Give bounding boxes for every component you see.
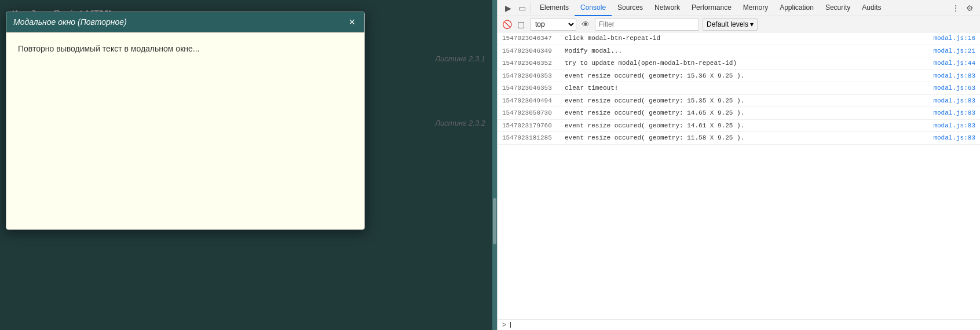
console-timestamp: 1547023046349 — [502, 46, 560, 56]
console-toolbar: 🚫 ▢ top 👁 Default levels ▾ — [498, 16, 980, 32]
console-prompt: > — [502, 321, 506, 329]
console-message: Modify modal... — [565, 46, 928, 56]
console-message: event resize occured( geometry: 15.35 X … — [565, 96, 928, 106]
console-source-link[interactable]: modal.js:16 — [933, 34, 975, 43]
console-filter-icon[interactable]: ▢ — [515, 19, 526, 30]
console-source-link[interactable]: modal.js:83 — [933, 133, 975, 143]
console-content: 1547023046347 click modal-btn-repeat-id … — [498, 32, 980, 319]
console-timestamp: 1547023046353 — [502, 71, 560, 81]
tab-sources[interactable]: Sources — [612, 0, 649, 16]
console-timestamp: 1547023179760 — [502, 121, 560, 131]
modal-dialog: Модальное окно (Повторное) × Повторно вы… — [6, 12, 365, 230]
tab-memory[interactable]: Memory — [737, 0, 774, 16]
console-row: 1547023046349 Modify modal... modal.js:2… — [498, 45, 980, 58]
device-icon[interactable]: ▭ — [516, 2, 528, 14]
context-selector[interactable]: top — [530, 18, 576, 31]
console-message: event resize occured( geometry: 14.61 X … — [565, 121, 928, 131]
devtools-tab-bar: ▶ ▭ Elements Console Sources Network Per… — [498, 0, 980, 16]
console-row: 1547023179760 event resize occured( geom… — [498, 120, 980, 133]
console-source-link[interactable]: modal.js:83 — [933, 71, 975, 81]
tab-network[interactable]: Network — [649, 0, 686, 16]
tab-elements[interactable]: Elements — [534, 0, 575, 16]
left-scrollbar-thumb — [493, 198, 496, 244]
console-source-link[interactable]: modal.js:83 — [933, 108, 975, 118]
console-filter-input[interactable] — [595, 18, 699, 31]
console-message: clear timeout! — [565, 83, 928, 93]
console-timestamp: 1547023050730 — [502, 108, 560, 118]
modal-body-text: Повторно выводимый текст в модальном окн… — [18, 44, 353, 53]
console-message: click modal-btn-repeat-id — [565, 34, 928, 43]
console-source-link[interactable]: modal.js:63 — [933, 83, 975, 93]
console-clear-icon[interactable]: 🚫 — [501, 19, 513, 30]
modal-close-button[interactable]: × — [346, 17, 357, 27]
eye-icon[interactable]: 👁 — [580, 19, 591, 30]
console-message: event resize occured( geometry: 14.65 X … — [565, 108, 928, 118]
devtools-left-icons: ▶ ▭ — [500, 2, 531, 14]
devtools-panel: ▶ ▭ Elements Console Sources Network Per… — [497, 0, 980, 330]
inspect-icon[interactable]: ▶ — [502, 2, 514, 14]
console-message: event resize occured( geometry: 11.58 X … — [565, 133, 928, 143]
console-input[interactable] — [509, 321, 975, 328]
console-timestamp: 1547023046353 — [502, 83, 560, 93]
console-row: 1547023050730 event resize occured( geom… — [498, 107, 980, 120]
devtools-right-icons: ⋮ ⚙ — [950, 2, 978, 14]
console-row: 1547023046353 clear timeout! modal.js:63 — [498, 82, 980, 95]
console-source-link[interactable]: modal.js:83 — [933, 96, 975, 106]
default-levels-button[interactable]: Default levels ▾ — [703, 18, 758, 31]
console-source-link[interactable]: modal.js:83 — [933, 121, 975, 131]
console-input-row: > — [498, 319, 980, 330]
console-source-link[interactable]: modal.js:44 — [933, 58, 975, 68]
tab-application[interactable]: Application — [774, 0, 820, 16]
console-timestamp: 1547023049494 — [502, 96, 560, 106]
console-row: 1547023181285 event resize occured( geom… — [498, 132, 980, 145]
console-left-icons: 🚫 ▢ — [501, 19, 526, 30]
console-row: 1547023046352 try to update modal(open-m… — [498, 57, 980, 70]
webpage-panel: the JavaScript HTML сгенерировано (после… — [0, 0, 497, 330]
console-row: 1547023049494 event resize occured( geom… — [498, 95, 980, 108]
console-row: 1547023046347 click modal-btn-repeat-id … — [498, 32, 980, 45]
left-scrollbar[interactable] — [492, 0, 497, 330]
modal-header: Модальное окно (Повторное) × — [6, 12, 364, 32]
console-filter-area: top 👁 Default levels ▾ — [530, 18, 977, 31]
console-timestamp: 1547023046347 — [502, 34, 560, 43]
modal-title: Модальное окно (Повторное) — [13, 17, 127, 27]
console-timestamp: 1547023181285 — [502, 133, 560, 143]
console-timestamp: 1547023046352 — [502, 58, 560, 68]
devtools-tabs: Elements Console Sources Network Perform… — [534, 0, 887, 16]
tab-console[interactable]: Console — [575, 0, 612, 16]
console-source-link[interactable]: modal.js:21 — [933, 46, 975, 56]
console-message: event resize occured( geometry: 15.36 X … — [565, 71, 928, 81]
tab-audits[interactable]: Audits — [856, 0, 887, 16]
settings-icon[interactable]: ⚙ — [964, 2, 975, 14]
tab-security[interactable]: Security — [820, 0, 856, 16]
modal-body: Повторно выводимый текст в модальном окн… — [6, 32, 364, 229]
tab-performance[interactable]: Performance — [686, 0, 737, 16]
more-options-icon[interactable]: ⋮ — [950, 2, 961, 14]
console-row: 1547023046353 event resize occured( geom… — [498, 70, 980, 83]
console-message: try to update modal(open-modal-btn-repea… — [565, 58, 928, 68]
